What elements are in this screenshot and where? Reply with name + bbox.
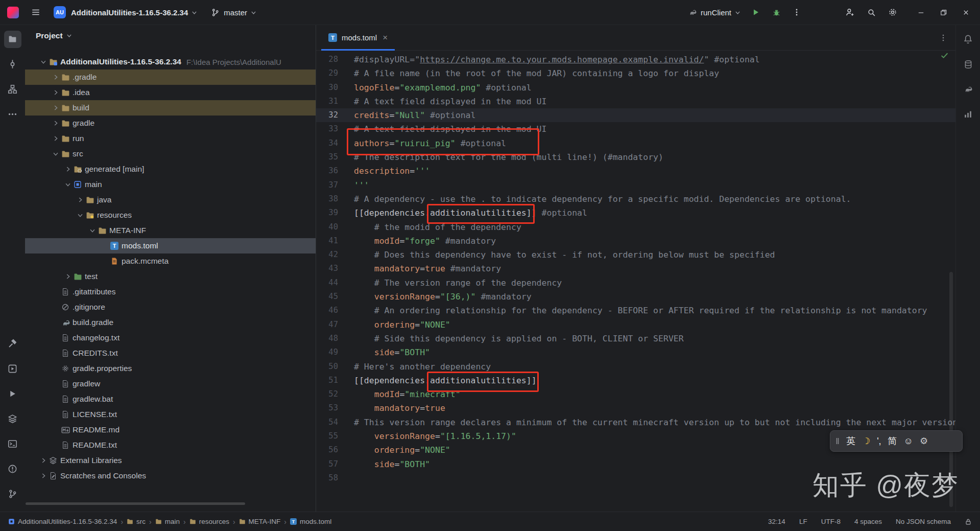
tool-stripe-vcs-icon[interactable] (4, 486, 21, 503)
code-line-30[interactable]: 30logoFile="examplemod.png" #optional (316, 81, 955, 95)
code-line-42[interactable]: 42 # Does this dependency have to exist … (316, 248, 955, 262)
code-line-43[interactable]: 43 mandatory=true #mandatory (316, 262, 955, 275)
ime-settings-icon[interactable]: ⚙ (920, 436, 928, 446)
tree-item-main[interactable]: main (25, 177, 316, 192)
code-line-50[interactable]: 50# Here's another dependency (316, 360, 955, 374)
chevron-expanded-icon[interactable] (50, 150, 61, 157)
tool-stripe-database-icon[interactable] (960, 56, 977, 73)
tree-item-gradlew-bat[interactable]: gradlew.bat (25, 391, 316, 407)
tree-item-scratches-and-consoles[interactable]: Scratches and Consoles (25, 468, 316, 483)
code-line-51[interactable]: 51[[dependencies.additionalutilities]] (316, 374, 955, 387)
tree-item-src[interactable]: src (25, 146, 316, 161)
tree-item-readme-txt[interactable]: README.txt (25, 437, 316, 453)
tool-stripe-profiler-icon[interactable] (960, 106, 977, 123)
project-selector[interactable]: AdditionalUtilities-1.16.5-36.2.34 (66, 8, 198, 17)
code-line-38[interactable]: 38# A dependency - use the . to indicate… (316, 192, 955, 206)
ime-charset-toggle[interactable]: 简 (888, 436, 897, 446)
chevron-collapsed-icon[interactable] (50, 89, 61, 96)
code-line-36[interactable]: 36description=''' (316, 164, 955, 178)
code-line-47[interactable]: 47 ordering="NONE" (316, 318, 955, 332)
code-line-41[interactable]: 41 modId="forge" #mandatory (316, 234, 955, 248)
tool-stripe-services-icon[interactable] (4, 360, 21, 378)
breadcrumb-item-meta-inf[interactable]: META-INF (239, 518, 281, 525)
chevron-expanded-icon[interactable] (62, 181, 74, 188)
tab-mods-toml[interactable]: T mods.toml × (321, 25, 395, 50)
tree-item-gitignore[interactable]: .gitignore (25, 299, 316, 315)
code-line-44[interactable]: 44 # The version range of the dependency (316, 276, 955, 290)
code-line-40[interactable]: 40 # the modid of the dependency (316, 220, 955, 234)
code-line-52[interactable]: 52 modId="minecraft" (316, 387, 955, 401)
chevron-collapsed-icon[interactable] (50, 135, 61, 142)
tree-item-generated-main[interactable]: generated [main] (25, 161, 316, 177)
inspections-ok-icon[interactable] (940, 51, 949, 60)
breadcrumb-item-resources[interactable]: resources (189, 518, 229, 525)
breadcrumb-item-additionalutilities-1-16-5-36-2-34[interactable]: AdditionalUtilities-1.16.5-36.2.34 (8, 518, 117, 525)
code-line-34[interactable]: 34authors="ruirui_pig" #optional (316, 136, 955, 150)
minimize-button[interactable] (910, 2, 932, 22)
tree-item-pack-mcmeta[interactable]: pack.mcmeta (25, 253, 316, 269)
code-with-me-icon[interactable] (841, 4, 858, 21)
tool-stripe-problems-icon[interactable] (4, 460, 21, 478)
ime-emoji-icon[interactable]: ☺ (904, 436, 913, 446)
project-panel-hscrollbar[interactable] (26, 502, 245, 505)
indent-style[interactable]: 4 spaces (854, 518, 882, 525)
tree-item-gradle[interactable]: gradle (25, 116, 316, 131)
code-line-28[interactable]: 28#displayURL="https://change.me.to.your… (316, 53, 955, 66)
json-schema-selector[interactable]: No JSON schema (896, 518, 951, 525)
chevron-collapsed-icon[interactable] (50, 74, 61, 81)
tree-item-build-gradle[interactable]: build.gradle (25, 315, 316, 330)
tree-item-test[interactable]: test (25, 269, 316, 284)
breadcrumb-item-src[interactable]: src (127, 518, 146, 525)
tree-item-idea[interactable]: .idea (25, 85, 316, 100)
code-line-45[interactable]: 45 versionRange="[36,)" #mandatory (316, 290, 955, 304)
ime-moon-icon[interactable]: ☽ (862, 435, 870, 447)
chevron-collapsed-icon[interactable] (74, 196, 86, 203)
tool-stripe-notifications-icon[interactable] (960, 31, 977, 48)
code-line-54[interactable]: 54# This version range declares a minimu… (316, 415, 955, 429)
code-line-32[interactable]: 32credits="Null" #optional (316, 108, 955, 122)
line-separator[interactable]: LF (799, 518, 807, 525)
more-actions-icon[interactable] (788, 4, 805, 21)
code-line-37[interactable]: 37''' (316, 178, 955, 192)
code-line-49[interactable]: 49 side="BOTH" (316, 345, 955, 359)
tab-options-icon[interactable] (939, 25, 947, 50)
tree-item-license-txt[interactable]: LICENSE.txt (25, 407, 316, 422)
breadcrumb-item-mods-toml[interactable]: Tmods.toml (290, 518, 331, 525)
ime-punctuation-toggle[interactable]: ', (877, 436, 881, 446)
tool-stripe-run-icon[interactable] (4, 385, 21, 403)
chevron-collapsed-icon[interactable] (62, 273, 74, 280)
chevron-collapsed-icon[interactable] (37, 472, 49, 479)
tree-item-gitattributes[interactable]: .gitattributes (25, 284, 316, 299)
settings-gear-icon[interactable] (884, 4, 901, 21)
tool-stripe-project-icon[interactable] (4, 31, 21, 48)
tool-stripe-build-icon[interactable] (4, 335, 21, 353)
file-encoding[interactable]: UTF-8 (821, 518, 841, 525)
restore-window-button[interactable] (932, 2, 954, 22)
code-line-46[interactable]: 46 # An ordering relationship for the de… (316, 304, 955, 317)
ime-drag-handle[interactable] (835, 437, 840, 445)
tab-close-icon[interactable]: × (383, 33, 388, 42)
project-panel-header[interactable]: Project (25, 25, 316, 46)
chevron-collapsed-icon[interactable] (50, 104, 61, 111)
code-line-53[interactable]: 53 mandatory=true (316, 401, 955, 415)
tree-item-gradle-properties[interactable]: gradle.properties (25, 361, 316, 376)
chevron-expanded-icon[interactable] (37, 58, 49, 65)
tool-stripe-gradle-icon[interactable] (960, 81, 977, 98)
code-line-31[interactable]: 31# A text field displayed in the mod UI (316, 95, 955, 108)
chevron-collapsed-icon[interactable] (50, 120, 61, 127)
tool-stripe-commit-icon[interactable] (4, 56, 21, 73)
code-line-29[interactable]: 29# A file name (in the root of the mod … (316, 66, 955, 80)
project-avatar[interactable]: AU (54, 6, 66, 18)
tree-item-gradle[interactable]: .gradle (25, 70, 316, 85)
tree-item-additionalutilities-1-16-5-36-2-34[interactable]: AdditionalUtilities-1.16.5-36.2.34F:\Ide… (25, 54, 316, 70)
debug-button[interactable] (768, 4, 785, 21)
tree-item-changelog-txt[interactable]: changelog.txt (25, 330, 316, 345)
tree-item-readme-md[interactable]: README.md (25, 422, 316, 437)
chevron-collapsed-icon[interactable] (37, 457, 49, 464)
tree-item-mods-toml[interactable]: Tmods.toml (25, 238, 316, 253)
code-line-33[interactable]: 33# A text field displayed in the mod UI (316, 122, 955, 136)
chevron-expanded-icon[interactable] (74, 212, 86, 219)
tree-item-resources[interactable]: resources (25, 207, 316, 223)
tool-stripe-terminal-icon[interactable] (4, 435, 21, 453)
tree-item-gradlew[interactable]: gradlew (25, 376, 316, 391)
